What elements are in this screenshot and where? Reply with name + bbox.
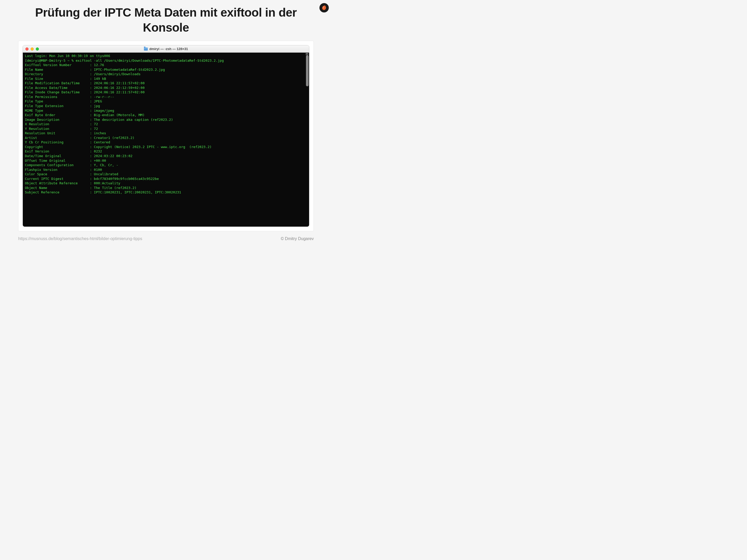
terminal-frame: dmiryi — -zsh — 128×31 Last login: Mon J… [18, 41, 314, 231]
window-title-text: dmiryi — -zsh — 128×31 [149, 47, 188, 51]
menu-icon[interactable] [306, 53, 308, 55]
nut-icon [321, 5, 327, 10]
footer-url: https://musnuss.de/blog/semantisches-htm… [18, 236, 142, 241]
footer: https://musnuss.de/blog/semantisches-htm… [18, 231, 314, 241]
terminal-body[interactable]: Last login: Mon Jun 10 00:30:19 on ttys0… [23, 53, 309, 227]
close-button[interactable] [25, 47, 28, 51]
window-title: dmiryi — -zsh — 128×31 [23, 47, 309, 51]
scrollbar-thumb[interactable] [306, 55, 309, 86]
brand-logo [319, 3, 329, 12]
traffic-lights [25, 47, 39, 51]
folder-icon [144, 47, 148, 51]
maximize-button[interactable] [36, 47, 39, 51]
window-titlebar: dmiryi — -zsh — 128×31 [23, 45, 309, 53]
footer-credit: © Dmitry Dugarev [281, 236, 314, 241]
page-title: Prüfung der IPTC Meta Daten mit exiftool… [18, 5, 314, 35]
terminal-output: Last login: Mon Jun 10 00:30:19 on ttys0… [25, 54, 307, 195]
minimize-button[interactable] [31, 47, 34, 51]
terminal-window: dmiryi — -zsh — 128×31 Last login: Mon J… [23, 45, 309, 227]
